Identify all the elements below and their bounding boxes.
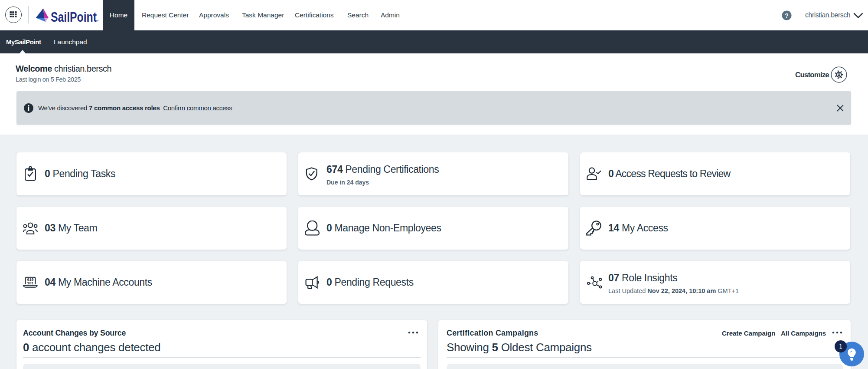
svg-text:?: ? [785, 12, 789, 19]
svg-text:101: 101 [27, 281, 33, 286]
svg-text:SailPoint: SailPoint [51, 10, 97, 25]
